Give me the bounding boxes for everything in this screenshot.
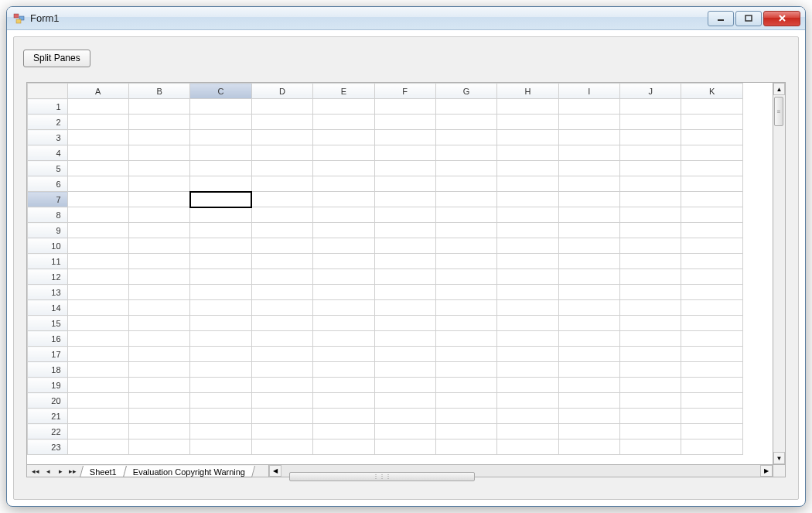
cell[interactable] xyxy=(620,176,681,192)
cell[interactable] xyxy=(558,378,619,393)
cell[interactable] xyxy=(558,424,619,439)
cell[interactable] xyxy=(620,409,681,424)
cell[interactable] xyxy=(681,238,743,254)
tab-nav-first-icon[interactable]: ◂◂ xyxy=(30,466,41,477)
cell[interactable] xyxy=(497,347,558,362)
column-header[interactable]: J xyxy=(620,84,681,99)
cell[interactable] xyxy=(128,223,189,238)
cell[interactable] xyxy=(558,300,619,316)
row-header[interactable]: 21 xyxy=(28,409,68,424)
cell[interactable] xyxy=(67,378,128,393)
cell[interactable] xyxy=(620,316,681,331)
cell[interactable] xyxy=(67,439,128,455)
cell[interactable] xyxy=(435,424,496,439)
cell[interactable] xyxy=(128,378,189,393)
cell[interactable] xyxy=(251,331,312,347)
cell[interactable] xyxy=(251,362,312,378)
cell[interactable] xyxy=(374,409,435,424)
cell[interactable] xyxy=(67,192,128,207)
cell[interactable] xyxy=(497,238,558,254)
row-header[interactable]: 22 xyxy=(28,424,68,439)
cell[interactable] xyxy=(313,145,374,161)
column-header[interactable]: A xyxy=(67,84,128,99)
cell[interactable] xyxy=(435,207,496,223)
cell[interactable] xyxy=(313,331,374,347)
cell[interactable] xyxy=(67,316,128,331)
cell[interactable] xyxy=(128,99,189,115)
cell[interactable] xyxy=(681,378,743,393)
cell[interactable] xyxy=(313,424,374,439)
cell[interactable] xyxy=(374,223,435,238)
cell[interactable] xyxy=(374,238,435,254)
cell[interactable] xyxy=(67,223,128,238)
cell[interactable] xyxy=(497,316,558,331)
cell[interactable] xyxy=(190,99,251,115)
cell[interactable] xyxy=(681,130,743,145)
cell[interactable] xyxy=(558,145,619,161)
cell[interactable] xyxy=(497,254,558,269)
cell[interactable] xyxy=(681,115,743,130)
cell[interactable] xyxy=(374,439,435,455)
cell[interactable] xyxy=(558,316,619,331)
row-header[interactable]: 19 xyxy=(28,378,68,393)
cell[interactable] xyxy=(435,378,496,393)
cell[interactable] xyxy=(67,130,128,145)
cell[interactable] xyxy=(190,439,251,455)
cell[interactable] xyxy=(497,409,558,424)
column-header[interactable]: F xyxy=(374,84,435,99)
column-header[interactable]: D xyxy=(251,84,312,99)
cell[interactable] xyxy=(128,269,189,285)
cell[interactable] xyxy=(681,316,743,331)
row-header[interactable]: 2 xyxy=(28,115,68,130)
cell[interactable] xyxy=(67,300,128,316)
cell[interactable] xyxy=(620,347,681,362)
cell[interactable] xyxy=(374,176,435,192)
cell[interactable] xyxy=(497,192,558,207)
cell[interactable] xyxy=(374,347,435,362)
cell[interactable] xyxy=(620,223,681,238)
column-header[interactable]: E xyxy=(313,84,374,99)
row-header[interactable]: 1 xyxy=(28,99,68,115)
cell[interactable] xyxy=(313,223,374,238)
cell[interactable] xyxy=(374,300,435,316)
cell[interactable] xyxy=(374,207,435,223)
cell[interactable] xyxy=(558,409,619,424)
cell[interactable] xyxy=(620,192,681,207)
cell[interactable] xyxy=(67,238,128,254)
cell[interactable] xyxy=(313,316,374,331)
row-header[interactable]: 13 xyxy=(28,285,68,300)
cell[interactable] xyxy=(620,362,681,378)
cell[interactable] xyxy=(190,161,251,176)
column-header[interactable]: H xyxy=(497,84,558,99)
cell[interactable] xyxy=(313,393,374,409)
cell[interactable] xyxy=(251,378,312,393)
cell[interactable] xyxy=(497,393,558,409)
cell[interactable] xyxy=(374,192,435,207)
cell[interactable] xyxy=(67,115,128,130)
cell[interactable] xyxy=(558,331,619,347)
row-header[interactable]: 6 xyxy=(28,176,68,192)
cell[interactable] xyxy=(681,269,743,285)
cell[interactable] xyxy=(435,161,496,176)
cell[interactable] xyxy=(67,269,128,285)
cell[interactable] xyxy=(435,192,496,207)
cell[interactable] xyxy=(374,254,435,269)
cell[interactable] xyxy=(313,378,374,393)
cell[interactable] xyxy=(620,269,681,285)
cell[interactable] xyxy=(313,285,374,300)
cell[interactable] xyxy=(313,439,374,455)
cell[interactable] xyxy=(620,393,681,409)
cell[interactable] xyxy=(681,300,743,316)
cell[interactable] xyxy=(681,393,743,409)
cell[interactable] xyxy=(190,378,251,393)
cell[interactable] xyxy=(251,409,312,424)
cell[interactable] xyxy=(128,238,189,254)
cell[interactable] xyxy=(128,115,189,130)
cell[interactable] xyxy=(251,238,312,254)
cell[interactable] xyxy=(620,130,681,145)
cell[interactable] xyxy=(681,161,743,176)
cell[interactable] xyxy=(251,130,312,145)
cell[interactable] xyxy=(620,99,681,115)
cell[interactable] xyxy=(313,347,374,362)
cell[interactable] xyxy=(620,300,681,316)
